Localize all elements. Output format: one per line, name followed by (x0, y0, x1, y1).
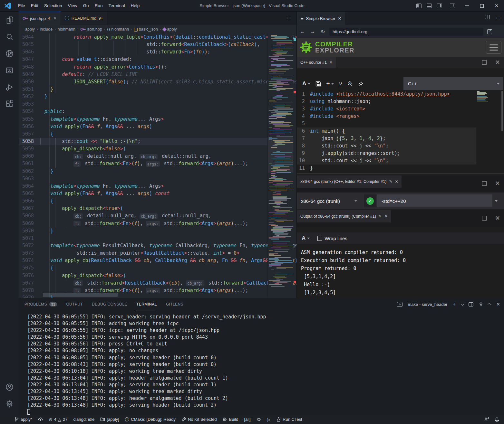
notifications-bell-icon[interactable] (494, 417, 499, 422)
code-line[interactable]: 5044 return apply_make_tuple<ConstThis>(… (19, 33, 267, 41)
code-line[interactable]: 5052 } (19, 93, 267, 100)
pin-icon[interactable] (358, 81, 363, 87)
close-pane-icon[interactable]: ✕ (495, 216, 500, 221)
code-line[interactable]: 5045 std::forward<ResultCallback>(callba… (19, 41, 267, 48)
ce-scrollbar[interactable] (501, 91, 503, 131)
close-icon[interactable]: ✕ (384, 214, 388, 219)
code-line[interactable]: 5048 return apply_error<ConstThis>(); (19, 63, 267, 71)
back-icon[interactable]: ← (297, 29, 307, 34)
code-editor[interactable]: 5044 return apply_make_tuple<ConstThis>(… (19, 33, 296, 298)
close-window-button[interactable]: ✕ (489, 0, 504, 12)
problems-status[interactable]: ⊘ 4 △ 27 (49, 417, 67, 422)
launch-icon[interactable]: ▷ (267, 417, 270, 422)
code-line[interactable]: 5057 { (19, 130, 267, 138)
search-icon[interactable] (0, 28, 19, 45)
code-line[interactable]: 5077 cb: std::forward<ResultCallback>(cb… (19, 279, 267, 287)
options-dropdown-icon[interactable] (495, 200, 498, 202)
menu-item[interactable]: Go (80, 0, 92, 12)
new-terminal-icon[interactable]: + (452, 301, 456, 307)
reload-icon[interactable]: ↻ (318, 29, 328, 35)
breadcrumb-item[interactable]: apply (167, 27, 177, 32)
wrap-lines-checkbox[interactable] (317, 236, 322, 241)
ce-code-line[interactable]: 7 json j{5, 3, 1, 4, 2}; (297, 135, 476, 142)
clangd-status[interactable]: clangd: idle (73, 417, 95, 422)
forward-icon[interactable]: → (307, 29, 318, 34)
ctest-button[interactable]: Run CTest (276, 417, 302, 422)
code-line[interactable]: 5051 } (19, 86, 267, 93)
close-pane-icon[interactable]: ✕ (495, 181, 500, 186)
panel-tab[interactable]: GITLENS (166, 298, 183, 310)
minimap[interactable] (267, 33, 293, 298)
horizontal-scrollbar[interactable] (43, 293, 118, 297)
code-line[interactable]: 5049 default: // LCOV_EXCL_LINE (19, 71, 267, 78)
kill-terminal-icon[interactable] (479, 302, 483, 307)
code-line[interactable]: 5072 template<typename ResultCallback, t… (19, 242, 267, 250)
code-line[interactable]: 5061 f: std::forward<Fn>(f), args: std::… (19, 160, 267, 167)
font-size-icon[interactable]: A (302, 80, 310, 87)
customize-layout-icon[interactable] (450, 4, 455, 8)
minimize-button[interactable] (460, 0, 474, 12)
code-line[interactable]: 5063 (19, 175, 267, 183)
compiler-select[interactable]: x86-64 gcc (trunk) (297, 198, 362, 204)
tab-json-hpp[interactable]: C++ json.hpp 4 ✕ (19, 12, 61, 25)
code-line[interactable]: 5066 { (19, 197, 267, 205)
cmake-status[interactable]: ⓘ CMake: [Debug]: Ready (125, 417, 176, 422)
run-debug-icon[interactable] (0, 79, 19, 95)
explorer-icon[interactable] (0, 12, 19, 28)
active-folder[interactable]: [apply] (100, 417, 119, 422)
panel-tab[interactable]: PROBLEMS 31 (24, 298, 57, 310)
rename-icon[interactable]: ✎ (389, 179, 392, 184)
url-input[interactable]: https://godbolt.org (329, 28, 483, 36)
code-line[interactable]: 5070 } (19, 227, 267, 235)
code-line[interactable]: 5050 JSON_ASSERT(false); // NOLINT(cert-… (19, 78, 267, 86)
code-line[interactable]: 5068 cb: detail::null_arg, cb_arg: detai… (19, 212, 267, 220)
branch-status[interactable]: apply* (14, 417, 32, 422)
code-line[interactable]: 5062 } (19, 168, 267, 175)
ce-code-line[interactable]: 2 using nlohmann::json; (297, 98, 476, 105)
compiler-options-input[interactable]: -std=c++20 (377, 194, 492, 207)
settings-gear-icon[interactable] (0, 395, 19, 412)
ce-compiler-pane-title[interactable]: x86-64 gcc (trunk) (C++, Editor #1, Comp… (297, 175, 402, 188)
code-line[interactable]: 5053 (19, 100, 267, 108)
browser-more-actions-icon[interactable]: ⋯ (496, 15, 501, 21)
accounts-icon[interactable] (0, 379, 19, 395)
publish-icon[interactable] (38, 417, 43, 422)
code-line[interactable]: 5058 std::cout << "Hello :-)\n"; (19, 138, 267, 145)
code-line[interactable]: 5054 public: (19, 108, 267, 115)
close-pane-icon[interactable]: ✕ (495, 60, 500, 65)
feedback-icon[interactable] (484, 417, 489, 422)
breadcrumb-item[interactable]: include (40, 27, 53, 32)
menu-item[interactable]: View (65, 0, 80, 12)
build-target[interactable]: [all] (244, 417, 250, 422)
language-select[interactable]: C++ (403, 77, 503, 90)
add-pane-icon[interactable]: + (326, 80, 334, 87)
close-icon[interactable]: ✕ (329, 60, 333, 65)
tab-simple-browser[interactable]: ≡ Simple Browser ✕ (297, 12, 346, 25)
ce-code-line[interactable]: 1 #include <https://localhost:8443/apply… (297, 90, 476, 98)
code-line[interactable]: 5075 { (19, 264, 267, 272)
maximize-pane-icon[interactable] (482, 181, 487, 186)
code-line[interactable]: 5059 apply_dispatch<false>( (19, 145, 267, 153)
maximize-pane-icon[interactable] (482, 216, 487, 221)
split-terminal-icon[interactable] (469, 302, 473, 306)
code-line[interactable]: 5069 f: std::forward<Fn>(f), args: std::… (19, 220, 267, 227)
code-line[interactable]: 5071 (19, 235, 267, 242)
zoom-icon[interactable] (347, 81, 353, 87)
code-line[interactable]: 5064 template<typename Fn, typename... A… (19, 183, 267, 190)
breadcrumb-item[interactable]: json.hpp (87, 27, 102, 32)
maximize-button[interactable] (474, 0, 489, 12)
code-line[interactable]: 5076 apply_dispatch<false>( (19, 272, 267, 279)
rename-icon[interactable]: ✎ (379, 214, 382, 219)
code-line[interactable]: 5060 cb: detail::null_arg, cb_arg: detai… (19, 153, 267, 160)
code-line[interactable]: 5073 std::is_member_pointer<ResultCallba… (19, 250, 267, 257)
code-line[interactable]: 5065 void apply(Fn&& f, Args&& ... args)… (19, 190, 267, 197)
toggle-secondary-sidebar-icon[interactable] (437, 4, 442, 8)
ce-code-line[interactable]: 8 std::cout << j << "\n"; (297, 142, 476, 150)
open-external-icon[interactable] (487, 29, 492, 34)
ce-code-line[interactable]: 3 #include <iostream> (297, 105, 476, 113)
ce-code-line[interactable]: 6 int main() { (297, 127, 476, 135)
editor-more-actions-icon[interactable]: ⋯ (286, 15, 292, 21)
code-line[interactable]: 5055 template<typename Fn, typename... A… (19, 116, 267, 123)
ce-menu-icon[interactable] (486, 41, 501, 54)
toggle-sidebar-icon[interactable] (416, 4, 422, 8)
